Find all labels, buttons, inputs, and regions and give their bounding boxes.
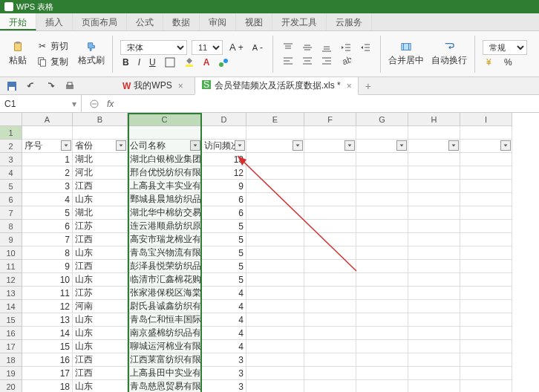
filter-button[interactable]	[235, 140, 245, 151]
cell-F8[interactable]	[304, 220, 356, 233]
cell-G3[interactable]	[356, 153, 408, 166]
cell-G13[interactable]	[356, 287, 408, 300]
cell-E14[interactable]	[246, 300, 304, 313]
row-header-16[interactable]: 16	[0, 327, 22, 340]
increase-font-button[interactable]: A+	[227, 41, 246, 53]
cell-A8[interactable]: 6	[22, 220, 73, 233]
cell-B15[interactable]: 山东	[73, 313, 128, 327]
cell-B16[interactable]: 山东	[73, 327, 128, 340]
row-header-4[interactable]: 4	[0, 166, 22, 180]
cell-I15[interactable]	[460, 313, 512, 327]
cell-F13[interactable]	[304, 287, 356, 300]
align-right-button[interactable]	[319, 55, 334, 67]
cell-I16[interactable]	[460, 327, 512, 340]
cell-C9[interactable]: 高安市瑞龙棉业有	[128, 233, 202, 246]
tab-view[interactable]: 视图	[236, 13, 272, 30]
doc-tab-mywps[interactable]: W 我的WPS ×	[116, 76, 190, 95]
row-header-3[interactable]: 3	[0, 153, 22, 166]
cell-G4[interactable]	[356, 166, 408, 180]
format-painter-button[interactable]: 格式刷	[75, 39, 108, 68]
cell-A15[interactable]: 13	[22, 313, 73, 327]
align-top-button[interactable]	[281, 42, 295, 53]
cell-F9[interactable]	[304, 233, 356, 246]
cell-C7[interactable]: 湖北华中棉纺交易	[128, 206, 202, 220]
fx-label[interactable]: fx	[107, 99, 114, 109]
cell-B2[interactable]: 省份	[73, 140, 128, 153]
cell-C12[interactable]: 临清市汇鑫棉花购	[128, 273, 202, 287]
cell-A2[interactable]: 序号	[22, 140, 73, 153]
cell-F4[interactable]	[304, 166, 356, 180]
tab-formula[interactable]: 公式	[127, 13, 163, 30]
cell-A6[interactable]: 4	[22, 193, 73, 206]
cell-A7[interactable]: 5	[22, 206, 73, 220]
cell-D15[interactable]: 4	[202, 313, 246, 327]
filter-button[interactable]	[500, 140, 511, 151]
paste-button[interactable]: 粘贴	[6, 39, 30, 68]
row-header-10[interactable]: 10	[0, 246, 22, 260]
cell-F19[interactable]	[304, 367, 356, 380]
cell-E15[interactable]	[246, 313, 304, 327]
cell-C15[interactable]: 青岛仁和恒丰国际	[128, 313, 202, 327]
cell-E1[interactable]	[246, 126, 304, 140]
cell-I12[interactable]	[460, 273, 512, 287]
cell-I8[interactable]	[460, 220, 512, 233]
cell-D11[interactable]: 5	[202, 260, 246, 273]
cell-H12[interactable]	[408, 273, 460, 287]
cell-F15[interactable]	[304, 313, 356, 327]
cell-H7[interactable]	[408, 206, 460, 220]
row-header-13[interactable]: 13	[0, 287, 22, 300]
undo-button[interactable]	[24, 80, 39, 92]
cell-H1[interactable]	[408, 126, 460, 140]
effects-button[interactable]	[216, 56, 231, 68]
cell-I17[interactable]	[460, 340, 512, 353]
cell-C5[interactable]: 上高县文丰实业有	[128, 180, 202, 193]
cell-I5[interactable]	[460, 180, 512, 193]
cell-F3[interactable]	[304, 153, 356, 166]
font-select[interactable]: 宋体	[120, 40, 187, 55]
cell-H4[interactable]	[408, 166, 460, 180]
cell-E11[interactable]	[246, 260, 304, 273]
cell-A5[interactable]: 3	[22, 180, 73, 193]
cell-G9[interactable]	[356, 233, 408, 246]
cell-I2[interactable]	[460, 140, 512, 153]
row-header-8[interactable]: 8	[0, 220, 22, 233]
doc-tab-file[interactable]: S 会员登陆频次及活跃度数据.xls * ×	[195, 76, 359, 95]
select-all-corner[interactable]	[0, 113, 22, 126]
cell-H5[interactable]	[408, 180, 460, 193]
cell-H10[interactable]	[408, 246, 460, 260]
cell-E2[interactable]	[246, 140, 304, 153]
cell-I9[interactable]	[460, 233, 512, 246]
col-header-E[interactable]: E	[246, 113, 304, 126]
cell-D16[interactable]: 4	[202, 327, 246, 340]
cell-B18[interactable]: 江西	[73, 353, 128, 367]
filter-button[interactable]	[448, 140, 459, 151]
borders-button[interactable]	[163, 56, 177, 68]
cell-A3[interactable]: 1	[22, 153, 73, 166]
font-color-button[interactable]: A	[201, 56, 212, 68]
cell-B20[interactable]: 山东	[73, 380, 128, 392]
col-header-B[interactable]: B	[73, 113, 128, 126]
indent-decrease-button[interactable]	[339, 42, 353, 53]
cell-A13[interactable]: 11	[22, 287, 73, 300]
percent-button[interactable]: %	[502, 56, 514, 68]
cell-E5[interactable]	[246, 180, 304, 193]
row-header-1[interactable]: 1	[0, 126, 22, 140]
row-header-7[interactable]: 7	[0, 206, 22, 220]
align-left-button[interactable]	[281, 55, 295, 67]
cell-G2[interactable]	[356, 140, 408, 153]
col-header-C[interactable]: C	[128, 113, 202, 126]
cell-D5[interactable]: 9	[202, 180, 246, 193]
cell-A19[interactable]: 17	[22, 367, 73, 380]
cell-G14[interactable]	[356, 300, 408, 313]
cell-H13[interactable]	[408, 287, 460, 300]
cell-H8[interactable]	[408, 220, 460, 233]
cell-A18[interactable]: 16	[22, 353, 73, 367]
cell-E16[interactable]	[246, 327, 304, 340]
cell-B3[interactable]: 湖北	[73, 153, 128, 166]
cell-C4[interactable]: 邢台优悦纺织有限	[128, 166, 202, 180]
cell-F10[interactable]	[304, 246, 356, 260]
cell-F2[interactable]	[304, 140, 356, 153]
tab-layout[interactable]: 页面布局	[73, 13, 127, 30]
cell-I6[interactable]	[460, 193, 512, 206]
cell-A4[interactable]: 2	[22, 166, 73, 180]
